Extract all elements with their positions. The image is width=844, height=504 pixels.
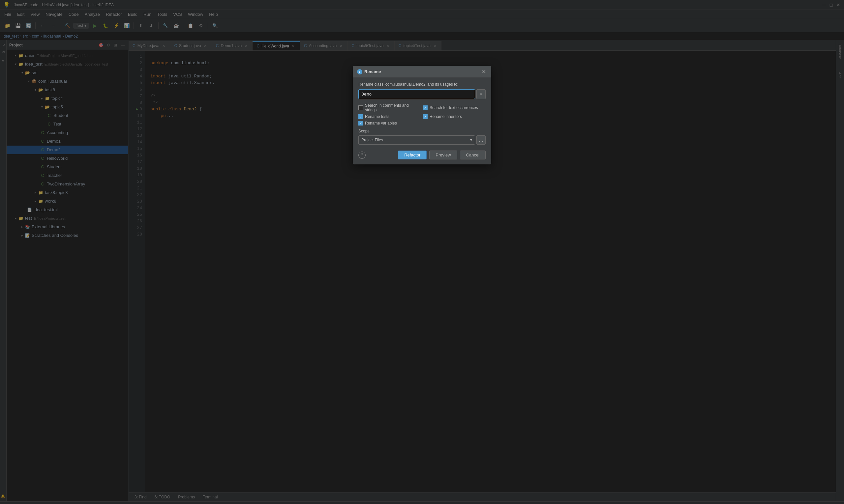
help-button[interactable]: ? bbox=[358, 151, 366, 159]
scope-value: Project Files bbox=[361, 138, 383, 142]
rename-input[interactable] bbox=[358, 89, 475, 99]
rename-dialog: i Rename ✕ Rename class 'com.liudashuai.… bbox=[353, 66, 491, 164]
rename-input-row: ▾ bbox=[358, 89, 486, 99]
scope-settings-button[interactable]: … bbox=[477, 136, 486, 145]
scope-label: Scope bbox=[358, 129, 486, 133]
checkbox-row-rename-tests: Rename tests bbox=[358, 114, 421, 119]
checkbox-row-search-text: Search for text occurrences bbox=[423, 103, 486, 112]
rename-dialog-icon: i bbox=[357, 69, 362, 74]
checkbox-search-comments[interactable] bbox=[358, 105, 363, 110]
checkbox-rename-variables[interactable] bbox=[358, 121, 363, 126]
scope-dropdown[interactable]: Project Files ▾ bbox=[358, 136, 475, 145]
checkbox-row-search-comments: Search in comments and strings bbox=[358, 103, 421, 112]
rename-dialog-titlebar: i Rename ✕ bbox=[353, 66, 491, 77]
checkbox-label-search-comments: Search in comments and strings bbox=[365, 103, 421, 112]
scope-row: Project Files ▾ … bbox=[358, 136, 486, 145]
rename-dialog-body: Rename class 'com.liudashuai.Demo2' and … bbox=[353, 77, 491, 164]
refactor-button[interactable]: Refactor bbox=[398, 150, 427, 159]
rename-dialog-title-label: Rename bbox=[364, 69, 381, 74]
checkbox-row-rename-inheritors: Rename inheritors bbox=[423, 114, 486, 119]
checkbox-search-text[interactable] bbox=[423, 105, 428, 110]
rename-dialog-close[interactable]: ✕ bbox=[480, 69, 487, 75]
checkbox-label-rename-variables: Rename variables bbox=[365, 121, 397, 126]
checkbox-rename-tests[interactable] bbox=[358, 114, 363, 119]
rename-dropdown-button[interactable]: ▾ bbox=[477, 89, 486, 99]
scope-section: Scope Project Files ▾ … bbox=[358, 129, 486, 145]
preview-button[interactable]: Preview bbox=[429, 150, 457, 159]
checkbox-row-rename-variables: Rename variables bbox=[358, 121, 421, 126]
rename-dialog-buttons: ? Refactor Preview Cancel bbox=[358, 149, 486, 159]
rename-dialog-title: i Rename bbox=[357, 69, 381, 74]
rename-checkboxes: Search in comments and strings Search fo… bbox=[358, 103, 486, 126]
checkbox-label-search-text: Search for text occurrences bbox=[430, 105, 478, 110]
cancel-button[interactable]: Cancel bbox=[460, 150, 486, 159]
checkbox-label-rename-inheritors: Rename inheritors bbox=[430, 114, 462, 119]
checkbox-rename-inheritors[interactable] bbox=[423, 114, 428, 119]
checkbox-label-rename-tests: Rename tests bbox=[365, 114, 389, 119]
rename-description: Rename class 'com.liudashuai.Demo2' and … bbox=[358, 82, 486, 87]
scope-chevron-icon: ▾ bbox=[470, 138, 472, 142]
dialog-overlay: i Rename ✕ Rename class 'com.liudashuai.… bbox=[0, 0, 844, 504]
